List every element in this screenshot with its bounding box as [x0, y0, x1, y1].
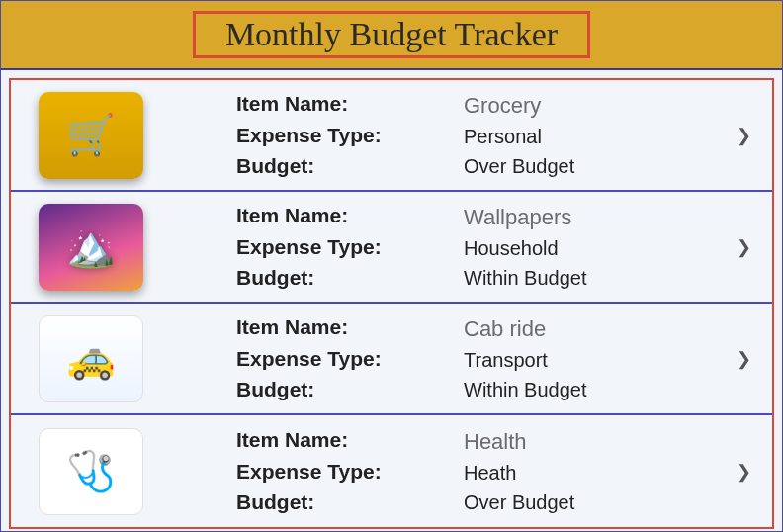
value-type: Heath: [464, 458, 727, 488]
wallpaper-icon: 🏔️: [39, 204, 143, 291]
chevron-right-icon[interactable]: ❯: [727, 461, 760, 483]
label-type: Expense Type:: [236, 456, 464, 488]
labels-col: Item Name: Expense Type: Budget:: [236, 88, 464, 182]
value-type: Transport: [464, 345, 727, 375]
label-name: Item Name:: [236, 424, 464, 456]
expense-row[interactable]: 🚕 Item Name: Expense Type: Budget: Cab r…: [11, 304, 772, 415]
expense-list: 🛒 Item Name: Expense Type: Budget: Groce…: [9, 78, 774, 529]
expense-row[interactable]: 🏔️ Item Name: Expense Type: Budget: Wall…: [11, 192, 772, 304]
header-bar: Monthly Budget Tracker: [1, 1, 782, 70]
label-name: Item Name:: [236, 200, 464, 231]
value-budget: Within Budget: [464, 263, 727, 293]
label-budget: Budget:: [236, 374, 464, 405]
health-icon: 🩺: [39, 428, 143, 515]
label-name: Item Name:: [236, 311, 464, 343]
values-col: Grocery Personal Over Budget: [464, 89, 727, 181]
value-name: Cab ride: [464, 312, 727, 345]
labels-col: Item Name: Expense Type: Budget:: [236, 424, 464, 518]
label-type: Expense Type:: [236, 231, 464, 263]
chevron-right-icon[interactable]: ❯: [727, 348, 760, 370]
label-type: Expense Type:: [236, 120, 464, 151]
values-col: Cab ride Transport Within Budget: [464, 312, 727, 404]
label-budget: Budget:: [236, 262, 464, 294]
thumb-col: 🛒: [39, 92, 236, 179]
value-name: Grocery: [464, 89, 727, 122]
values-col: Wallpapers Household Within Budget: [464, 201, 727, 293]
chevron-right-icon[interactable]: ❯: [727, 125, 760, 146]
value-budget: Over Budget: [464, 151, 727, 181]
page-title: Monthly Budget Tracker: [193, 11, 590, 58]
labels-col: Item Name: Expense Type: Budget:: [236, 200, 464, 294]
label-budget: Budget:: [236, 487, 464, 518]
value-name: Health: [464, 425, 727, 458]
value-type: Personal: [464, 122, 727, 151]
expense-row[interactable]: 🛒 Item Name: Expense Type: Budget: Groce…: [11, 80, 772, 192]
label-name: Item Name:: [236, 88, 464, 120]
values-col: Health Heath Over Budget: [464, 425, 727, 517]
expense-row[interactable]: 🩺 Item Name: Expense Type: Budget: Healt…: [11, 415, 772, 527]
cab-icon: 🚕: [39, 315, 143, 402]
value-name: Wallpapers: [464, 201, 727, 233]
label-type: Expense Type:: [236, 343, 464, 375]
thumb-col: 🏔️: [39, 204, 236, 291]
label-budget: Budget:: [236, 150, 464, 182]
thumb-col: 🚕: [39, 315, 236, 402]
chevron-right-icon[interactable]: ❯: [727, 236, 760, 258]
thumb-col: 🩺: [39, 428, 236, 515]
grocery-icon: 🛒: [39, 92, 143, 179]
value-type: Household: [464, 233, 727, 263]
labels-col: Item Name: Expense Type: Budget:: [236, 311, 464, 405]
value-budget: Within Budget: [464, 375, 727, 404]
value-budget: Over Budget: [464, 488, 727, 517]
